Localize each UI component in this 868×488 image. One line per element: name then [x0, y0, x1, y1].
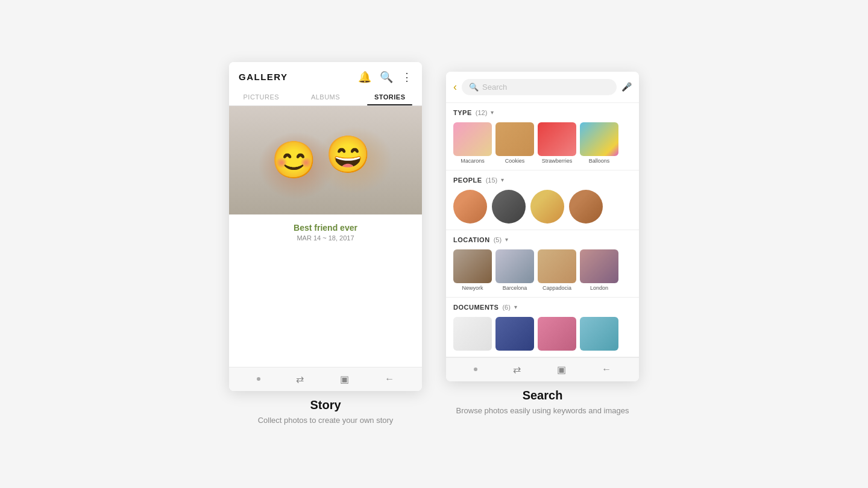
notification-icon[interactable]: 🔔: [358, 70, 371, 84]
doc2-image: [495, 317, 534, 351]
thumb-doc3[interactable]: [538, 317, 576, 351]
documents-section: DOCUMENTS (6) ▾: [446, 298, 639, 357]
thumb-barcelona[interactable]: Barcelona: [495, 249, 534, 291]
left-phone-wrapper: GALLERY 🔔 🔍 ⋮ PICTURES ALBUMS STORIES Be…: [229, 62, 422, 427]
search-body: TYPE (12) ▾ Macarons Cookies Str: [446, 103, 639, 357]
back-arrow-icon[interactable]: ‹: [453, 81, 457, 93]
tab-stories[interactable]: STORIES: [357, 89, 422, 105]
nav-dot[interactable]: [257, 377, 260, 381]
barcelona-label: Barcelona: [503, 285, 527, 291]
search-back-icon[interactable]: ←: [602, 364, 611, 375]
people-count: (15): [486, 177, 498, 184]
thumb-doc2[interactable]: [495, 317, 534, 351]
cappadocia-label: Cappadocia: [542, 285, 571, 291]
macarons-image: [453, 122, 492, 156]
doc4-image: [580, 317, 618, 351]
strawberries-image: [538, 122, 576, 156]
cookies-image: [495, 122, 534, 156]
gallery-tabs: PICTURES ALBUMS STORIES: [229, 89, 422, 106]
story-info: Best friend ever MAR 14 ~ 18, 2017: [229, 214, 422, 246]
person-2-image: [492, 190, 526, 224]
more-icon[interactable]: ⋮: [401, 70, 412, 84]
strawberries-label: Strawberries: [542, 158, 573, 164]
person-3-image: [530, 190, 564, 224]
right-phone-wrapper: ‹ 🔍 Search 🎤 TYPE (12) ▾ Macarons: [446, 72, 639, 417]
balloons-image: [580, 122, 618, 156]
location-count: (5): [494, 236, 502, 243]
newyork-image: [453, 249, 492, 283]
thumb-london[interactable]: London: [580, 249, 618, 291]
documents-thumbnails: [453, 317, 632, 351]
london-label: London: [590, 285, 608, 291]
cappadocia-image: [538, 249, 576, 283]
type-chevron-icon[interactable]: ▾: [491, 109, 494, 116]
story-title: Best friend ever: [239, 223, 412, 233]
expand-icon[interactable]: ▣: [340, 374, 349, 385]
share-icon[interactable]: ⇄: [296, 374, 304, 385]
location-chevron-icon[interactable]: ▾: [505, 236, 508, 243]
story-placeholder: [229, 246, 422, 367]
search-caption-subtitle: Browse photos easily using keywords and …: [456, 405, 629, 417]
search-bottom-nav-bar: ⇄ ▣ ←: [446, 357, 639, 381]
tab-albums[interactable]: ALBUMS: [294, 89, 358, 105]
tab-pictures[interactable]: PICTURES: [229, 89, 294, 105]
search-bar-icon: 🔍: [469, 83, 479, 92]
story-caption: Story Collect photos to create your own …: [258, 398, 394, 427]
people-section-header: PEOPLE (15) ▾: [453, 177, 632, 184]
search-share-icon[interactable]: ⇄: [513, 364, 521, 375]
macarons-label: Macarons: [461, 158, 485, 164]
location-section: LOCATION (5) ▾ Newyork Barcelona: [446, 230, 639, 298]
type-label: TYPE: [453, 109, 472, 116]
search-caption: Search Browse photos easily using keywor…: [456, 389, 629, 417]
person-1[interactable]: [453, 190, 487, 224]
documents-section-header: DOCUMENTS (6) ▾: [453, 304, 632, 311]
thumb-macarons[interactable]: Macarons: [453, 122, 492, 164]
balloons-label: Balloons: [589, 158, 610, 164]
person-4-image: [569, 190, 603, 224]
search-nav-dot[interactable]: [474, 368, 477, 371]
people-label: PEOPLE: [453, 177, 482, 184]
newyork-label: Newyork: [462, 285, 483, 291]
person-2[interactable]: [492, 190, 526, 224]
story-caption-subtitle: Collect photos to create your own story: [258, 414, 394, 427]
location-section-header: LOCATION (5) ▾: [453, 236, 632, 243]
gallery-header: GALLERY 🔔 🔍 ⋮: [229, 62, 422, 84]
people-chevron-icon[interactable]: ▾: [501, 177, 504, 183]
location-thumbnails: Newyork Barcelona Cappadocia London: [453, 249, 632, 291]
back-icon[interactable]: ←: [385, 374, 394, 384]
thumb-doc4[interactable]: [580, 317, 618, 351]
documents-label: DOCUMENTS: [453, 304, 498, 311]
bottom-nav-bar: ⇄ ▣ ←: [229, 367, 422, 391]
thumb-cookies[interactable]: Cookies: [495, 122, 534, 164]
location-label: LOCATION: [453, 236, 490, 243]
search-phone-frame: ‹ 🔍 Search 🎤 TYPE (12) ▾ Macarons: [446, 72, 639, 381]
search-bar[interactable]: 🔍 Search: [462, 79, 617, 95]
person-4[interactable]: [569, 190, 603, 224]
search-input[interactable]: Search: [482, 83, 609, 92]
person-3[interactable]: [530, 190, 564, 224]
doc1-image: [453, 317, 492, 351]
search-header: ‹ 🔍 Search 🎤: [446, 72, 639, 103]
story-image: [229, 106, 422, 214]
thumb-balloons[interactable]: Balloons: [580, 122, 618, 164]
doc3-image: [538, 317, 576, 351]
london-image: [580, 249, 618, 283]
thumb-newyork[interactable]: Newyork: [453, 249, 492, 291]
thumb-strawberries[interactable]: Strawberries: [538, 122, 576, 164]
type-section-header: TYPE (12) ▾: [453, 109, 632, 116]
gallery-title: GALLERY: [239, 72, 288, 82]
story-caption-title: Story: [258, 398, 394, 412]
mic-icon[interactable]: 🎤: [621, 82, 632, 92]
story-date: MAR 14 ~ 18, 2017: [239, 234, 412, 242]
documents-chevron-icon[interactable]: ▾: [514, 304, 517, 310]
type-count: (12): [476, 109, 488, 116]
thumb-cappadocia[interactable]: Cappadocia: [538, 249, 576, 291]
thumb-doc1[interactable]: [453, 317, 492, 351]
people-section: PEOPLE (15) ▾: [446, 170, 639, 230]
header-icons: 🔔 🔍 ⋮: [358, 70, 412, 84]
type-section: TYPE (12) ▾ Macarons Cookies Str: [446, 103, 639, 170]
person-1-image: [453, 190, 487, 224]
story-phone-frame: GALLERY 🔔 🔍 ⋮ PICTURES ALBUMS STORIES Be…: [229, 62, 422, 391]
search-icon[interactable]: 🔍: [380, 70, 393, 84]
search-expand-icon[interactable]: ▣: [557, 364, 566, 375]
